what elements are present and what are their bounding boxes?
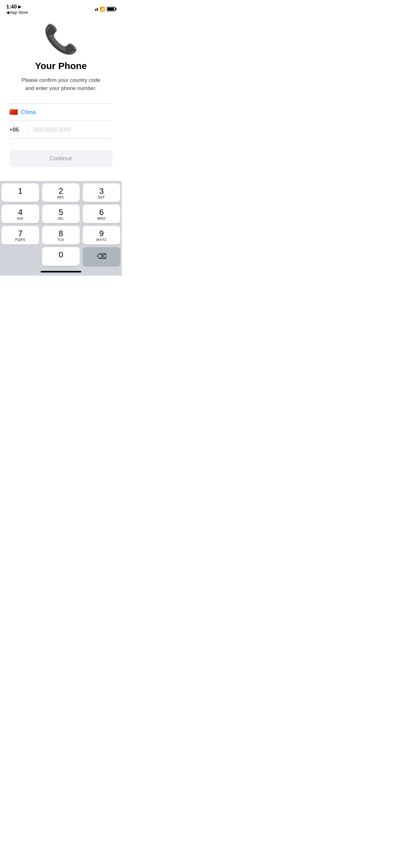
- input-divider: [28, 125, 28, 134]
- phone-number-input[interactable]: [33, 127, 112, 133]
- form-section: 🇨🇳 China +86: [9, 103, 112, 139]
- status-time: 1:40 ▶: [6, 4, 21, 10]
- delete-icon: ⌫: [97, 252, 106, 260]
- home-indicator: [0, 269, 122, 276]
- key-empty: [2, 247, 39, 266]
- status-right: 📶: [92, 6, 115, 11]
- home-bar: [41, 271, 81, 273]
- status-bar: 1:40 ▶ ◀ App Store 📶: [0, 0, 122, 16]
- key-9[interactable]: 9 WXYZ: [83, 226, 120, 245]
- country-name: China: [21, 109, 36, 116]
- wifi-icon: 📶: [100, 6, 105, 11]
- main-content: 📞 Your Phone Please confirm your country…: [0, 16, 122, 174]
- keyboard-row-1: 1 2 ABC 3 DEF: [0, 183, 122, 205]
- key-5[interactable]: 5 JKL: [42, 205, 80, 223]
- key-7[interactable]: 7 PQRS: [2, 226, 39, 245]
- key-1[interactable]: 1: [2, 183, 39, 202]
- keyboard-row-2: 4 GHI 5 JKL 6 MNO: [0, 205, 122, 226]
- key-3[interactable]: 3 DEF: [83, 183, 120, 202]
- time-display: 1:40: [6, 4, 17, 10]
- phone-input-row: +86: [9, 121, 112, 138]
- appstore-label: App Store: [10, 10, 28, 15]
- key-0[interactable]: 0: [42, 247, 80, 266]
- keyboard-row-4: 0 ⌫: [0, 247, 122, 269]
- key-delete[interactable]: ⌫: [83, 247, 120, 266]
- phone-icon: 📞: [43, 25, 78, 53]
- bottom-divider: [9, 138, 112, 139]
- page-title: Your Phone: [35, 61, 87, 71]
- keyboard-row-3: 7 PQRS 8 TUV 9 WXYZ: [0, 226, 122, 247]
- key-8[interactable]: 8 TUV: [42, 226, 80, 245]
- signal-icon: [92, 7, 98, 11]
- continue-button[interactable]: Continue: [9, 150, 112, 167]
- page-subtitle: Please confirm your country codeand ente…: [22, 76, 100, 92]
- status-left: 1:40 ▶ ◀ App Store: [6, 4, 28, 15]
- status-appstore-link[interactable]: ◀ App Store: [6, 10, 28, 15]
- key-2[interactable]: 2 ABC: [42, 183, 80, 202]
- country-selector[interactable]: 🇨🇳 China: [9, 104, 112, 121]
- back-chevron-small: ◀: [6, 10, 9, 15]
- country-flag: 🇨🇳: [9, 108, 18, 116]
- key-6[interactable]: 6 MNO: [83, 205, 120, 223]
- country-code-display: +86: [9, 127, 23, 133]
- keyboard: 1 2 ABC 3 DEF 4 GHI 5 JKL 6 MNO 7 PQRS: [0, 181, 122, 276]
- key-4[interactable]: 4 GHI: [2, 205, 39, 223]
- battery-icon: [107, 7, 115, 11]
- location-icon: ▶: [18, 4, 21, 9]
